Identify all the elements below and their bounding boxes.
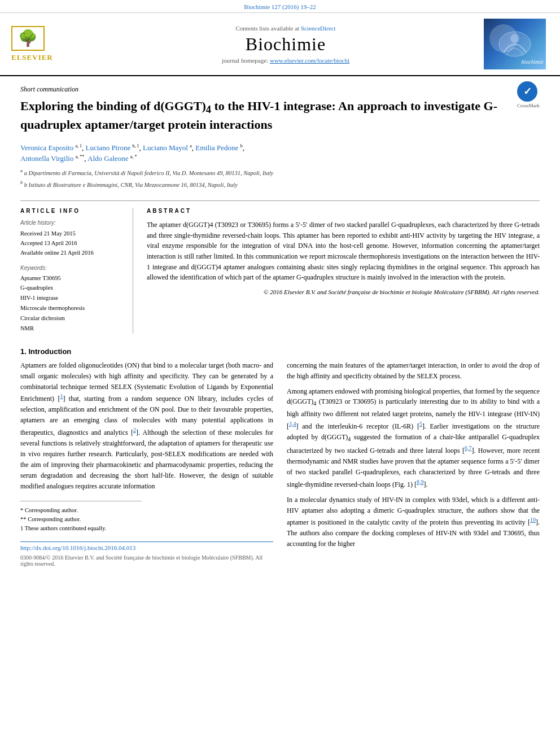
doi-bar: http://dx.doi.org/10.1016/j.biochi.2016.… [20, 541, 273, 567]
ref-2[interactable]: 2 [133, 427, 136, 433]
crossmark-icon: ✓ [517, 81, 537, 102]
affiliation-a: a a Dipartimento di Farmacia, Università… [20, 168, 540, 177]
crossmark-container: ✓ CrossMark [517, 81, 540, 108]
article-info-abstract-section: ARTICLE INFO Article history: Received 2… [20, 200, 540, 333]
intro-col-left: Aptamers are folded oligonucleotides (ON… [20, 360, 273, 567]
author-esposito[interactable]: Veronica Esposito [20, 143, 73, 152]
footnote-2: ** Corresponding author. [20, 515, 142, 524]
elsevier-logo-section: 🌳 ELSEVIER [11, 19, 90, 69]
journal-homepage: journal homepage: www.elsevier.com/locat… [222, 57, 349, 64]
author-pedone[interactable]: Emilia Pedone [195, 143, 238, 152]
article-type-label: Short communication [20, 85, 540, 94]
cover-decorative-circle [489, 24, 518, 53]
intro-text-col1: Aptamers are folded oligonucleotides (ON… [20, 360, 273, 492]
author-mayol[interactable]: Luciano Mayol [143, 143, 188, 152]
sciencedirect-link[interactable]: ScienceDirect [301, 25, 336, 32]
crossmark-label: CrossMark [517, 103, 540, 108]
ref-6[interactable]: 6,7 [465, 445, 472, 451]
ref-1[interactable]: 1 [60, 393, 63, 399]
keyword-3: HIV-1 integrase [20, 293, 124, 303]
abstract-column: ABSTRACT The aptamer d(GGGT)4 (T30923 or… [147, 208, 540, 333]
intro-text-col2: concerning the main features of the apta… [287, 360, 540, 550]
doi-link[interactable]: http://dx.doi.org/10.1016/j.biochi.2016.… [20, 544, 273, 551]
elsevier-logo-box: 🌳 [11, 26, 45, 51]
keyword-6: NMR [20, 324, 124, 334]
keyword-1: Aptamer T30695 [20, 273, 124, 283]
elsevier-tree-icon: 🌳 [18, 30, 38, 46]
keyword-2: G-quadruplex [20, 283, 124, 293]
abstract-heading: ABSTRACT [147, 208, 540, 214]
history-label: Article history: [20, 220, 124, 226]
journal-header: 🌳 ELSEVIER Contents lists available at S… [0, 13, 560, 76]
article-content: Short communication ✓ CrossMark Explorin… [0, 76, 560, 578]
elsevier-label: ELSEVIER [11, 53, 53, 62]
authors-line: Veronica Esposito a, 1, Luciano Pirone b… [20, 142, 540, 164]
page: Biochimie 127 (2016) 19–22 🌳 ELSEVIER Co… [0, 0, 560, 747]
journal-cover-section [481, 19, 549, 69]
footnotes-section: * Corresponding author. ** Corresponding… [20, 501, 142, 532]
accepted-date: Accepted 13 April 2016 [20, 239, 124, 248]
keywords-label: Keywords: [20, 265, 124, 271]
ref-8[interactable]: 8,9 [417, 479, 424, 485]
journal-ref-text: Biochimie 127 (2016) 19–22 [244, 3, 316, 10]
introduction-heading: 1. Introduction [20, 347, 540, 356]
ref-3[interactable]: 3,4 [289, 421, 296, 427]
author-galeone[interactable]: Aldo Galeone [88, 154, 129, 163]
footnote-1: * Corresponding author. [20, 506, 142, 515]
abstract-copyright: © 2016 Elsevier B.V. and Société françai… [147, 289, 540, 295]
sciencedirect-text: Contents lists available at ScienceDirec… [235, 25, 335, 32]
available-online-date: Available online 21 April 2016 [20, 248, 124, 258]
journal-title: Biochimie [246, 34, 326, 55]
footnote-3: 1 These authors contributed equally. [20, 524, 142, 533]
journal-homepage-link[interactable]: www.elsevier.com/locate/biochi [270, 57, 349, 64]
author-pirone[interactable]: Luciano Pirone [86, 143, 131, 152]
article-title: Exploring the binding of d(GGGT)4 to the… [20, 98, 540, 133]
article-info-column: ARTICLE INFO Article history: Received 2… [20, 208, 133, 333]
journal-ref-bar: Biochimie 127 (2016) 19–22 [0, 0, 560, 13]
keyword-5: Circular dichroism [20, 313, 124, 324]
ref-5[interactable]: 5 [419, 421, 422, 427]
abstract-text: The aptamer d(GGGT)4 (T30923 or T30695) … [147, 220, 540, 283]
intro-col-right: concerning the main features of the apta… [287, 360, 540, 567]
article-info-heading: ARTICLE INFO [20, 208, 124, 214]
journal-title-section: Contents lists available at ScienceDirec… [99, 19, 472, 69]
bottom-copyright: 0300-9084/© 2016 Elsevier B.V. and Socié… [20, 554, 273, 567]
affiliation-b: b b Istituto di Biostrutture e Bioimmagi… [20, 180, 540, 189]
author-virgilio[interactable]: Antonella Virgilio [20, 154, 73, 163]
ref-10[interactable]: 10 [530, 517, 536, 523]
keyword-4: Microscale thermophoresis [20, 303, 124, 313]
introduction-body: Aptamers are folded oligonucleotides (ON… [20, 360, 540, 567]
introduction-section: 1. Introduction Aptamers are folded olig… [20, 347, 540, 567]
journal-cover-image [484, 19, 546, 69]
title-section: ✓ CrossMark Exploring the binding of d(G… [20, 98, 540, 133]
received-date: Received 21 May 2015 [20, 229, 124, 239]
